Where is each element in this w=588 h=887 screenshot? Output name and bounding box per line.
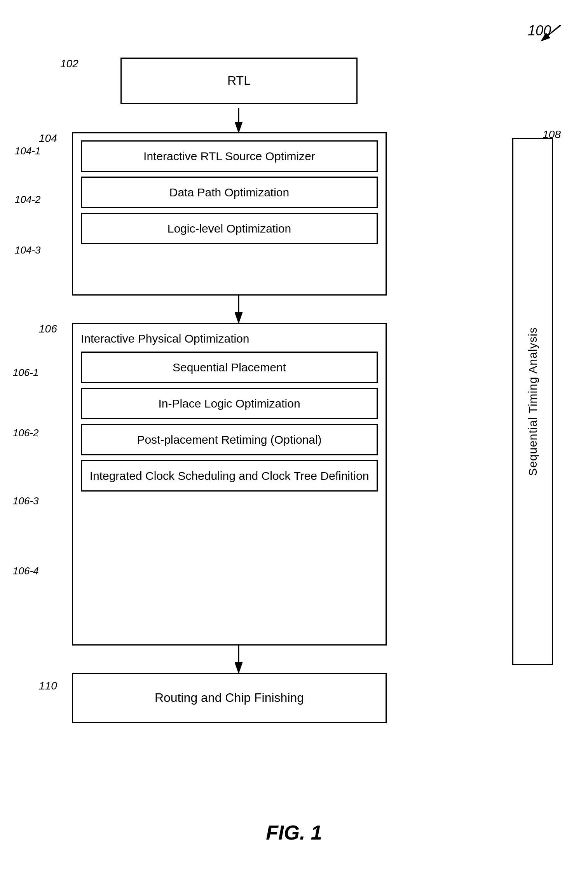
svg-line-14 <box>541 25 560 41</box>
sub106-4-label: Integrated Clock Scheduling and Clock Tr… <box>90 468 369 483</box>
group106-box: Interactive Physical Optimization 106-1 … <box>72 323 387 646</box>
ref-106: 106 <box>39 323 57 335</box>
sequential-box-label: Sequential Timing Analysis <box>526 327 539 476</box>
ref-104-3: 104-3 <box>15 244 41 256</box>
sub104-2: Data Path Optimization <box>81 177 378 208</box>
ref-110: 110 <box>39 680 57 692</box>
sub104-1: Interactive RTL Source Optimizer <box>81 140 378 172</box>
ref-106-1: 106-1 <box>13 367 39 379</box>
ref-106-4: 106-4 <box>13 565 39 577</box>
sub106-1: Sequential Placement <box>81 352 378 383</box>
ref-106-3: 106-3 <box>13 495 39 507</box>
corner-arrow-icon <box>534 21 565 45</box>
sub106-2-label: In-Place Logic Optimization <box>158 396 300 411</box>
diagram-container: 100 102 RTL 104 104-1 104-2 104-3 Intera… <box>0 0 588 887</box>
ref-102: 102 <box>60 58 79 70</box>
sub104-2-label: Data Path Optimization <box>169 185 289 200</box>
sub106-4: Integrated Clock Scheduling and Clock Tr… <box>81 460 378 492</box>
rtl-box: RTL <box>120 58 358 104</box>
ref-104-1: 104-1 <box>15 145 41 157</box>
rtl-box-label: RTL <box>220 69 258 93</box>
sub104-1-label: Interactive RTL Source Optimizer <box>143 149 315 164</box>
sequential-box: Sequential Timing Analysis <box>512 138 553 665</box>
ref-106-2: 106-2 <box>13 427 39 439</box>
fig-caption: FIG. 1 <box>0 821 588 844</box>
group104-box: 104-1 104-2 104-3 Interactive RTL Source… <box>72 132 387 296</box>
ref-104-2: 104-2 <box>15 194 41 206</box>
sub106-2: In-Place Logic Optimization <box>81 388 378 419</box>
sub106-1-label: Sequential Placement <box>173 360 286 375</box>
routing-box-label: Routing and Chip Finishing <box>147 686 312 710</box>
sub104-3: Logic-level Optimization <box>81 213 378 244</box>
routing-box: Routing and Chip Finishing <box>72 673 387 723</box>
sub106-3-label: Post-placement Retiming (Optional) <box>137 432 321 447</box>
ref-104: 104 <box>39 132 57 145</box>
sub106-3: Post-placement Retiming (Optional) <box>81 424 378 455</box>
group106-label: Interactive Physical Optimization <box>73 324 386 352</box>
sub104-3-label: Logic-level Optimization <box>168 221 291 236</box>
